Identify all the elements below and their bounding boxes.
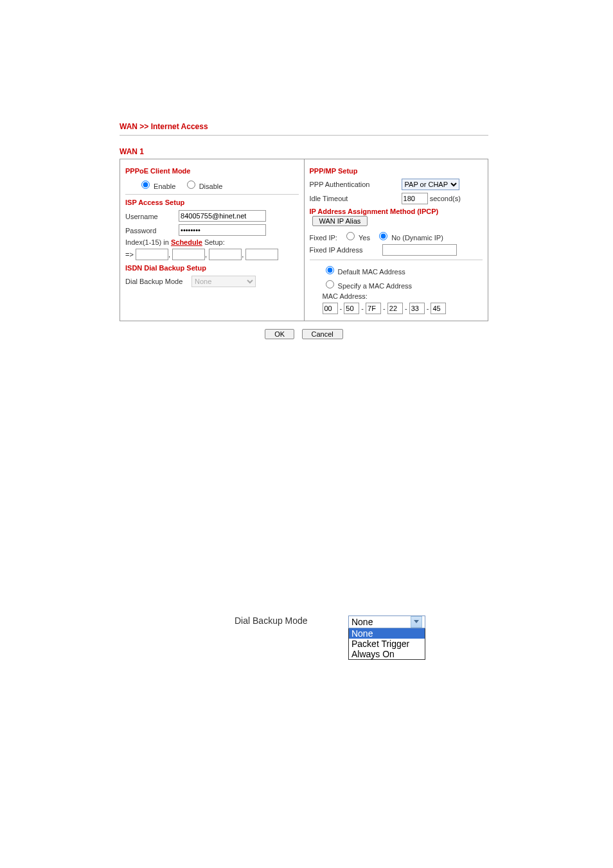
mac-input-1[interactable] (323, 303, 338, 314)
dropdown-selected-value: None (351, 617, 373, 627)
mac-address-label: MAC Address: (323, 292, 368, 300)
enable-label: Enable (154, 182, 175, 190)
username-label: Username (125, 213, 177, 220)
config-table: PPPoE Client Mode Enable Disable ISP Acc… (120, 159, 488, 321)
fixed-ip-yes-radio[interactable] (346, 232, 355, 240)
isp-access-setup: ISP Access Setup (125, 199, 299, 206)
mac-input-6[interactable] (431, 303, 446, 314)
fixed-ip-no-radio[interactable] (379, 232, 387, 240)
pppoe-enable-radio[interactable] (141, 181, 150, 189)
idle-timeout-input[interactable] (402, 193, 428, 204)
dropdown-demo-label: Dial Backup Mode (235, 616, 308, 626)
chevron-down-icon[interactable] (411, 616, 422, 628)
wan-ip-alias-button[interactable]: WAN IP Alias (312, 216, 368, 226)
dropdown-option-none[interactable]: None (349, 628, 425, 639)
default-mac-radio[interactable] (326, 266, 334, 274)
schedule-input-3[interactable] (209, 249, 242, 260)
schedule-link[interactable]: Schedule (171, 238, 202, 246)
schedule-input-2[interactable] (172, 249, 205, 260)
pppoe-client-mode: PPPoE Client Mode (125, 167, 299, 175)
ipcp-title: IP Address Assignment Method (IPCP) (310, 208, 439, 215)
schedule-input-1[interactable] (136, 249, 168, 260)
idle-timeout-label: Idle Timeout (310, 195, 400, 202)
fixed-ip-no-label: No (Dynamic IP) (391, 234, 443, 242)
mac-input-5[interactable] (409, 303, 425, 314)
schedule-arrow: => (125, 251, 134, 258)
isdn-dial-backup-setup: ISDN Dial Backup Setup (125, 264, 299, 272)
index-suffix: Setup: (202, 238, 225, 246)
disable-label: Disable (199, 182, 223, 190)
pppmp-setup: PPP/MP Setup (310, 167, 483, 175)
mac-input-2[interactable] (344, 303, 359, 314)
dropdown-option-always-on[interactable]: Always On (349, 649, 425, 659)
dial-backup-mode-label: Dial Backup Mode (125, 278, 190, 285)
fixed-ip-yes-label: Yes (359, 234, 370, 242)
fixed-ip-label: Fixed IP: (310, 234, 337, 242)
ppp-auth-label: PPP Authentication (310, 181, 400, 188)
ok-button[interactable]: OK (265, 329, 294, 339)
dropdown-demo[interactable]: None None Packet Trigger Always On (348, 616, 425, 660)
username-input[interactable] (179, 210, 266, 222)
fixed-ip-addr-input[interactable] (382, 244, 457, 256)
wan1-title: WAN 1 (120, 147, 488, 156)
fixed-ip-addr-label: Fixed IP Address (310, 246, 380, 254)
password-input[interactable] (179, 224, 266, 236)
password-label: Password (125, 227, 177, 235)
pppoe-disable-radio[interactable] (187, 181, 195, 189)
ppp-auth-select[interactable]: PAP or CHAP (402, 179, 459, 190)
dial-backup-mode-select: None (191, 276, 256, 287)
specify-mac-radio[interactable] (326, 280, 334, 288)
specify-mac-label: Specify a MAC Address (338, 282, 413, 290)
mac-input-4[interactable] (387, 303, 403, 314)
mac-input-3[interactable] (366, 303, 381, 314)
schedule-input-4[interactable] (245, 249, 278, 260)
default-mac-label: Default MAC Address (338, 268, 405, 276)
dropdown-option-packet-trigger[interactable]: Packet Trigger (349, 639, 425, 649)
cancel-button[interactable]: Cancel (302, 329, 343, 339)
breadcrumb: WAN >> Internet Access (120, 122, 488, 136)
index-prefix: Index(1-15) in (125, 238, 171, 246)
idle-unit: second(s) (430, 195, 461, 202)
